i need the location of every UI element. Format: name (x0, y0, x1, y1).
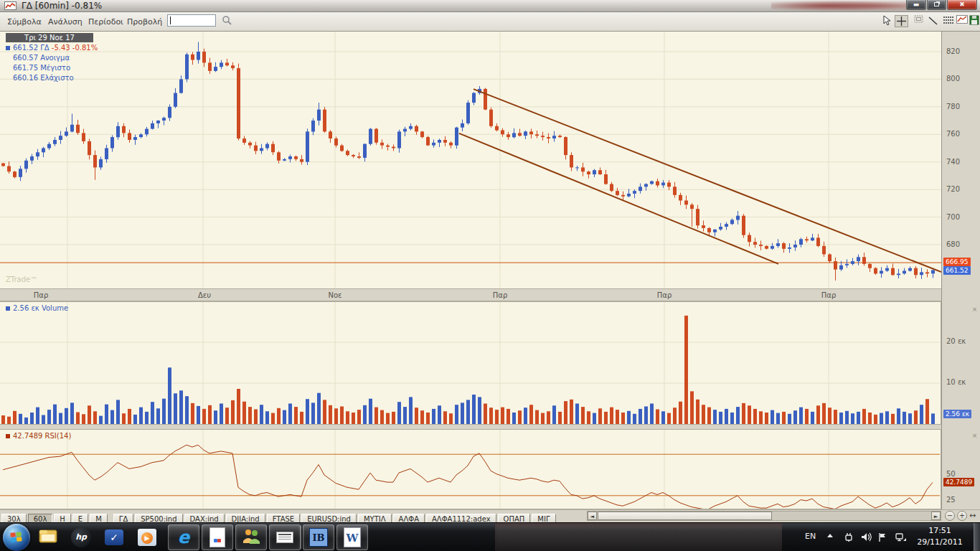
price-tick-820: 820 (946, 47, 960, 55)
candles[interactable] (1, 52, 935, 275)
volume-panel[interactable]: 2.56 εκ Volume (0, 301, 941, 425)
start-button[interactable] (3, 524, 30, 551)
rsi-bullet-icon (6, 434, 10, 438)
search-icon[interactable] (220, 15, 233, 27)
menu-bar: Σύμβολα Ανάλυση Περίοδοι Προβολή (0, 12, 980, 32)
taskbar-glass-blur (495, 523, 782, 551)
price-tick-800: 800 (946, 75, 960, 83)
windows-explorer-icon[interactable] (36, 525, 60, 550)
taskbar-app-messenger-contacts-icon[interactable] (235, 524, 267, 550)
pointer-icon[interactable] (880, 15, 893, 27)
hline-price-tag: 666.95 (943, 258, 971, 266)
window-title: ΓΔ [60min] -0.81% (22, 1, 102, 11)
rsi-legend: 42.7489 RSI(14) (6, 432, 71, 440)
legend-open-row: 660.57 Ανοιγμα (6, 54, 70, 62)
network-icon[interactable] (895, 532, 907, 544)
clock-date: 29/11/2011 (911, 537, 969, 548)
app-chart-icon (4, 1, 17, 10)
price-tick-680: 680 (946, 240, 960, 248)
scroll-right-icon[interactable]: ► (931, 512, 941, 520)
taskbar: hp✓▶ eIBW EN 17:51 29/11/2011 (0, 522, 980, 551)
main-price-chart[interactable]: Τρι 29 Νοε 17 661.52 ΓΔ -5.43 -0.81% 660… (0, 32, 941, 288)
legend-last-row: 661.52 ΓΔ -5.43 -0.81% (6, 44, 98, 52)
x-axis-label-5: Παρ (821, 291, 836, 299)
check-app-icon[interactable]: ✓ (102, 525, 126, 550)
zoom-out-button[interactable]: − (945, 511, 955, 521)
background-window-blur (771, 0, 908, 11)
scrollbar-thumb[interactable] (598, 512, 772, 520)
crosshair-icon[interactable] (895, 15, 908, 27)
x-axis-label-2: Νοε (328, 291, 341, 299)
menu-view[interactable]: Προβολή (124, 16, 165, 28)
last-price-tag: 661.52 (943, 266, 971, 275)
volume-plot[interactable] (0, 302, 940, 424)
volume-bullet-icon (6, 306, 10, 311)
language-indicator[interactable]: EN (805, 532, 816, 541)
price-tick-720: 720 (946, 185, 960, 193)
speaker-icon[interactable] (861, 532, 872, 543)
flag-icon[interactable] (878, 532, 887, 544)
text-caret (170, 17, 171, 24)
menu-analysis[interactable]: Ανάλυση (45, 16, 85, 28)
clock[interactable]: 17:51 29/11/2011 (911, 525, 969, 548)
volume-panel-close-icon[interactable]: × (971, 306, 979, 314)
show-desktop-button[interactable] (974, 523, 980, 551)
rsi-tick-50: 50 (946, 470, 956, 478)
price-tick-700: 700 (946, 213, 960, 221)
power-plug-icon[interactable] (844, 532, 854, 544)
x-axis-label-4: Παρ (657, 291, 672, 299)
legend-low-row: 660.16 Ελάχιστο (6, 74, 74, 82)
taskbar-app-word-icon[interactable]: W (336, 524, 368, 550)
ztrade-watermark: ZTrade™ (6, 276, 37, 283)
volume-tag: 2.56 εκ (943, 410, 971, 418)
rsi-plot[interactable] (0, 430, 940, 509)
volume-legend: 2.56 εκ Volume (6, 304, 68, 312)
clock-time: 17:51 (911, 525, 969, 537)
menu-symbols[interactable]: Σύμβολα (4, 16, 44, 28)
legend-high-row: 661.75 Μέγιστο (6, 64, 70, 72)
rsi-tick-25: 25 (946, 496, 956, 504)
x-axis-label-3: Παρ (493, 291, 507, 299)
rsi-panel[interactable]: 42.7489 RSI(14) (0, 429, 941, 509)
horizontal-scrollbar[interactable]: ◄ ► (587, 511, 941, 521)
taskbar-app-internet-explorer-icon[interactable]: e (168, 524, 199, 550)
windows-logo-icon (10, 532, 22, 543)
zoom-in-button[interactable]: + (957, 511, 967, 521)
restore-icon (934, 2, 939, 6)
hidden-icons-arrow-icon[interactable] (826, 532, 834, 540)
price-tick-780: 780 (946, 103, 960, 110)
price-axis-gutter: 666.95 661.52 2.56 εκ 42.7489 × × 820800… (941, 32, 980, 511)
taskbar-app-google-page-icon[interactable] (202, 524, 233, 550)
rsi-tag: 42.7489 (943, 478, 974, 486)
minimize-button[interactable]: ▬ (906, 0, 926, 10)
title-bar[interactable]: ΓΔ [60min] -0.81% ▬ ✖ (0, 0, 980, 12)
price-tick-760: 760 (946, 130, 960, 138)
menu-periods[interactable]: Περίοδοι (85, 16, 126, 28)
hp-logo-icon[interactable]: hp (69, 525, 93, 550)
taskbar-app-interactive-brokers-icon[interactable]: IB (303, 524, 334, 550)
x-axis-strip: ΠαρΔευΝοεΠαρΠαρΠαρ (0, 288, 941, 301)
price-tick-740: 740 (946, 158, 960, 166)
legend-date: Τρι 29 Νοε 17 (6, 33, 93, 42)
volume-tick-10: 10 εκ (946, 378, 966, 386)
x-axis-label-0: Παρ (34, 291, 48, 299)
close-button[interactable]: ✖ (947, 0, 977, 10)
scroll-left-icon[interactable]: ◄ (588, 512, 597, 520)
volume-bars[interactable] (0, 302, 940, 424)
symbol-search-input[interactable] (167, 14, 216, 27)
media-player-icon[interactable]: ▶ (135, 525, 159, 550)
restore-button[interactable] (927, 0, 946, 10)
region-icon[interactable] (912, 15, 925, 27)
system-tray: EN 17:51 29/11/2011 (795, 523, 974, 551)
series-bullet-icon (6, 46, 10, 50)
x-axis-label-1: Δευ (198, 291, 211, 299)
volume-tick-20: 20 εκ (946, 337, 966, 345)
dots-icon[interactable] (941, 15, 955, 27)
fit-width-icon[interactable]: ↔ (969, 511, 976, 520)
candlestick-plot[interactable] (0, 32, 941, 288)
rsi-panel-close-icon[interactable]: × (971, 432, 979, 440)
save-icon[interactable] (967, 15, 980, 27)
taskbar-app-document-stack-icon[interactable] (269, 524, 301, 550)
trendline-icon[interactable] (926, 15, 940, 27)
